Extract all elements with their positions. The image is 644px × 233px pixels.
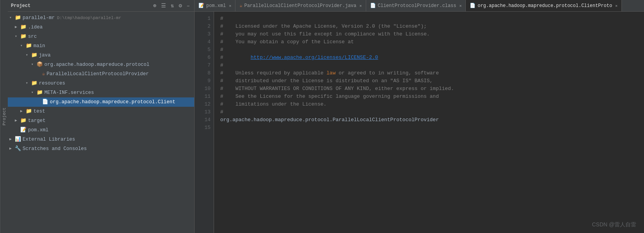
code-line-7: # (220, 62, 638, 69)
tree-label-target: target (28, 117, 46, 125)
file-tree: ▾ 📁 parallel-mr D:\tmp\hadoop\parallel-m… (8, 12, 194, 233)
tab-client-class-label: ClientProtocolProvider.class (378, 3, 456, 9)
tree-item-java-file[interactable]: ☕ ParallelLocalClientProtocolProvider (8, 69, 194, 79)
ext-libs-icon: 📊 (15, 136, 21, 143)
tree-label-java-file: ParallelLocalClientProtocolProvider (47, 70, 149, 78)
tree-arrow-src[interactable]: ▾ (15, 33, 20, 41)
tab-parallel-close[interactable]: ✕ (360, 4, 362, 8)
code-line-15 (220, 124, 638, 132)
tree-arrow-test[interactable]: ▶ (20, 108, 26, 115)
tree-item-java[interactable]: ▾ 📁 java (8, 51, 194, 60)
editor-panel: 📝 pom.xml ✕ ☕ ParallelLocalClientProtoco… (195, 0, 644, 233)
tab-service[interactable]: 📄 org.apache.hadoop.mapreduce.protocol.C… (466, 0, 622, 11)
tree-arrow-target[interactable]: ▶ (15, 117, 20, 125)
tree-item-main[interactable]: ▾ 📁 main (8, 41, 194, 51)
tab-client-class-close[interactable]: ✕ (459, 4, 462, 8)
tab-service-label: org.apache.hadoop.mapreduce.protocol.Cli… (477, 3, 612, 9)
package-icon: 📦 (37, 61, 43, 69)
toolbar-minimize-icon[interactable]: – (186, 2, 191, 9)
folder-icon-resources: 📁 (31, 79, 37, 87)
xml-file-icon: 📝 (20, 126, 26, 134)
tree-item-resources[interactable]: ▾ 📁 resources (8, 79, 194, 88)
toolbar-sort-icon[interactable]: ⇅ (170, 2, 175, 9)
editor-content-area: 1 2 3 4 5 6 7 8 9 10 11 12 13 14 15 # # … (195, 12, 644, 233)
tree-item-pom[interactable]: 📝 pom.xml (8, 125, 194, 135)
folder-icon-test: 📁 (26, 108, 32, 115)
tree-arrow-meta-inf[interactable]: ▾ (31, 89, 37, 97)
tab-parallel[interactable]: ☕ ParallelLocalClientProtocolProvider.ja… (235, 0, 366, 11)
project-tree-panel: Project ⊕ ☰ ⇅ ⚙ – ▾ 📁 parallel-mr D:\tmp… (8, 0, 195, 233)
code-line-11: # See the License for the specific langu… (220, 93, 638, 101)
toolbar-settings-icon[interactable]: ⚙ (177, 2, 183, 9)
tab-service-icon: 📄 (470, 3, 476, 9)
tree-label-package: org.apache.hadoop.mapreduce.protocol (44, 61, 149, 69)
tree-item-package[interactable]: ▾ 📦 org.apache.hadoop.mapreduce.protocol (8, 60, 194, 69)
tree-arrow-ext-libs[interactable]: ▶ (9, 136, 15, 143)
tree-label-pom: pom.xml (28, 126, 49, 134)
folder-icon-idea: 📁 (20, 23, 26, 31)
tab-client-class[interactable]: 📄 ClientProtocolProvider.class ✕ (366, 0, 466, 11)
project-toolbar: Project ⊕ ☰ ⇅ ⚙ – (8, 0, 194, 12)
tab-service-close[interactable]: ✕ (615, 4, 618, 8)
tab-pom[interactable]: 📝 pom.xml ✕ (195, 0, 235, 11)
tree-item-meta-inf[interactable]: ▾ 📁 META-INF.services (8, 88, 194, 97)
tree-arrow-resources[interactable]: ▾ (26, 79, 31, 87)
tree-item-root[interactable]: ▾ 📁 parallel-mr D:\tmp\hadoop\parallel-m… (8, 13, 194, 23)
tree-item-target[interactable]: ▶ 📁 target (8, 116, 194, 125)
tree-arrow-package[interactable]: ▾ (31, 61, 37, 69)
tab-pom-icon: 📝 (198, 3, 204, 9)
tree-item-idea[interactable]: ▶ 📁 .idea (8, 23, 194, 32)
tab-parallel-label: ParallelLocalClientProtocolProvider.java (244, 3, 356, 9)
tree-label-scratches: Scratches and Consoles (23, 145, 87, 153)
tab-pom-label: pom.xml (206, 3, 226, 9)
watermark: CSDN @雷人自雷 (592, 221, 636, 228)
tree-item-service-file[interactable]: 📄 org.apache.hadoop.mapreduce.protocol.C… (8, 97, 194, 107)
tree-arrow-main[interactable]: ▾ (20, 42, 26, 50)
java-file-icon: ☕ (42, 70, 45, 78)
tree-label-service-file: org.apache.hadoop.mapreduce.protocol.Cli… (50, 98, 175, 106)
folder-icon-main: 📁 (26, 42, 32, 50)
code-line-12: # limitations under the License. (220, 101, 638, 108)
code-line-14: org.apache.hadoop.mapreduce.protocol.Par… (220, 116, 638, 124)
tree-label-idea: .idea (28, 23, 43, 31)
scratches-icon: 🔧 (15, 145, 21, 153)
folder-icon-target: 📁 (20, 117, 26, 125)
tab-parallel-icon: ☕ (239, 3, 242, 9)
folder-icon-java: 📁 (31, 51, 37, 59)
tree-label-test: test (33, 108, 45, 115)
tree-item-ext-libs[interactable]: ▶ 📊 External Libraries (8, 135, 194, 144)
code-line-10: # WITHOUT WARRANTIES OR CONDITIONS OF AN… (220, 85, 638, 93)
tree-arrow-java[interactable]: ▾ (26, 51, 31, 59)
toolbar-locate-icon[interactable]: ⊕ (152, 2, 157, 9)
toolbar-collapse-icon[interactable]: ☰ (160, 2, 167, 9)
project-panel-label[interactable]: Project (0, 0, 8, 233)
code-line-6: # http://www.apache.org/licenses/LICENSE… (220, 54, 638, 62)
tree-label-resources: resources (39, 79, 65, 87)
tree-item-scratches[interactable]: ▶ 🔧 Scratches and Consoles (8, 144, 194, 154)
tab-client-class-icon: 📄 (370, 3, 376, 9)
folder-icon-src: 📁 (20, 33, 26, 41)
code-line-4: # You may obtain a copy of the License a… (220, 38, 638, 46)
tree-label-ext-libs: External Libraries (23, 136, 75, 143)
tree-path-root: D:\tmp\hadoop\parallel-mr (57, 14, 121, 22)
tree-arrow-root[interactable]: ▾ (9, 14, 15, 22)
license-link[interactable]: http://www.apache.org/licenses/LICENSE-2… (251, 55, 378, 60)
code-line-8: # Unless required by applicable law or a… (220, 69, 638, 77)
folder-icon-meta: 📁 (37, 89, 43, 97)
code-content[interactable]: # # Licensed under the Apache License, V… (214, 12, 644, 233)
tree-label-java: java (39, 51, 51, 59)
editor-tabs: 📝 pom.xml ✕ ☕ ParallelLocalClientProtoco… (195, 0, 644, 12)
tab-pom-close[interactable]: ✕ (229, 4, 231, 8)
code-line-9: # distributed under the License is distr… (220, 77, 638, 85)
code-line-2: # Licensed under the Apache License, Ver… (220, 23, 638, 30)
tree-item-test[interactable]: ▶ 📁 test (8, 107, 194, 116)
code-line-5: # (220, 46, 638, 54)
folder-icon: 📁 (15, 14, 21, 22)
tree-label-src: src (28, 33, 37, 41)
tree-arrow-idea[interactable]: ▶ (15, 23, 20, 31)
code-line-1: # (220, 15, 638, 23)
line-numbers: 1 2 3 4 5 6 7 8 9 10 11 12 13 14 15 (195, 12, 214, 233)
tree-item-src[interactable]: ▾ 📁 src (8, 32, 194, 41)
tree-label-root: parallel-mr (23, 14, 55, 22)
tree-arrow-scratches[interactable]: ▶ (9, 145, 15, 153)
